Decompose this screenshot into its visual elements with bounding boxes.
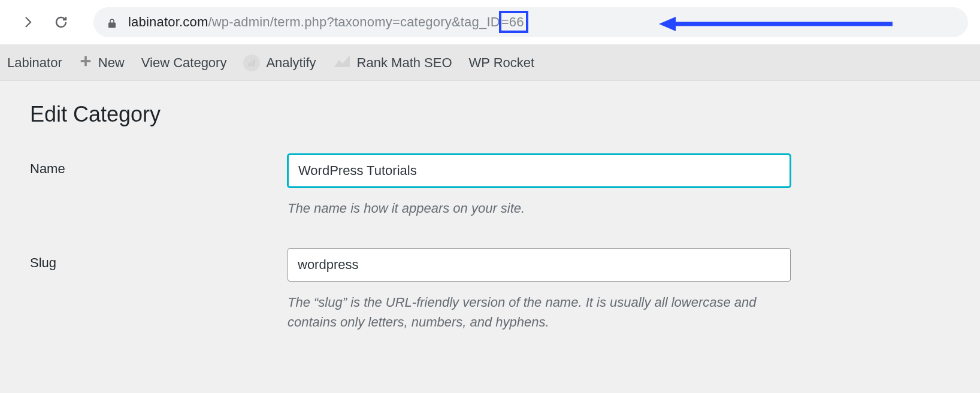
svg-rect-3 bbox=[84, 56, 87, 66]
page-title: Edit Category bbox=[30, 102, 950, 127]
page-content: Edit Category Name The name is how it ap… bbox=[0, 81, 980, 393]
adminbar-rankmath-label: Rank Math SEO bbox=[357, 55, 452, 71]
url-domain: labinator.com bbox=[128, 14, 208, 29]
forward-button[interactable] bbox=[17, 11, 38, 33]
name-help-text: The name is how it appears on your site. bbox=[288, 198, 791, 218]
adminbar-wprocket[interactable]: WP Rocket bbox=[469, 55, 535, 71]
name-input[interactable] bbox=[288, 154, 791, 188]
adminbar-rankmath[interactable]: Rank Math SEO bbox=[333, 54, 452, 72]
adminbar-wprocket-label: WP Rocket bbox=[469, 55, 535, 71]
adminbar-site-label: Labinator bbox=[7, 55, 62, 71]
adminbar-view-category[interactable]: View Category bbox=[141, 55, 227, 71]
adminbar-site-name[interactable]: Labinator bbox=[7, 55, 62, 71]
plus-icon bbox=[79, 55, 92, 71]
lock-icon bbox=[107, 17, 117, 28]
browser-chrome: labinator.com/wp-admin/term.php?taxonomy… bbox=[0, 0, 980, 45]
analytify-icon bbox=[243, 55, 260, 71]
form-row-slug: Slug The “slug” is the URL-friendly vers… bbox=[30, 248, 950, 332]
reload-button[interactable] bbox=[50, 11, 72, 33]
url-highlight-box: =66 bbox=[499, 11, 528, 33]
wp-admin-bar: Labinator New View Category Analytify Ra… bbox=[0, 45, 980, 81]
url-text: labinator.com/wp-admin/term.php?taxonomy… bbox=[128, 14, 528, 30]
adminbar-new[interactable]: New bbox=[79, 55, 125, 71]
url-path: /wp-admin/term.php?taxonomy=category&tag… bbox=[208, 14, 500, 29]
svg-rect-5 bbox=[251, 61, 253, 66]
adminbar-analytify-label: Analytify bbox=[266, 55, 316, 71]
slug-help-text: The “slug” is the URL-friendly version o… bbox=[288, 292, 791, 332]
slug-label: Slug bbox=[30, 248, 288, 271]
address-bar[interactable]: labinator.com/wp-admin/term.php?taxonomy… bbox=[93, 7, 968, 37]
adminbar-new-label: New bbox=[98, 55, 125, 71]
rankmath-icon bbox=[333, 54, 351, 72]
adminbar-analytify[interactable]: Analytify bbox=[243, 55, 316, 71]
svg-rect-4 bbox=[249, 63, 250, 66]
adminbar-view-label: View Category bbox=[141, 55, 227, 71]
slug-input[interactable] bbox=[288, 248, 791, 282]
form-row-name: Name The name is how it appears on your … bbox=[30, 154, 950, 218]
name-label: Name bbox=[30, 154, 288, 177]
svg-rect-6 bbox=[253, 59, 255, 66]
